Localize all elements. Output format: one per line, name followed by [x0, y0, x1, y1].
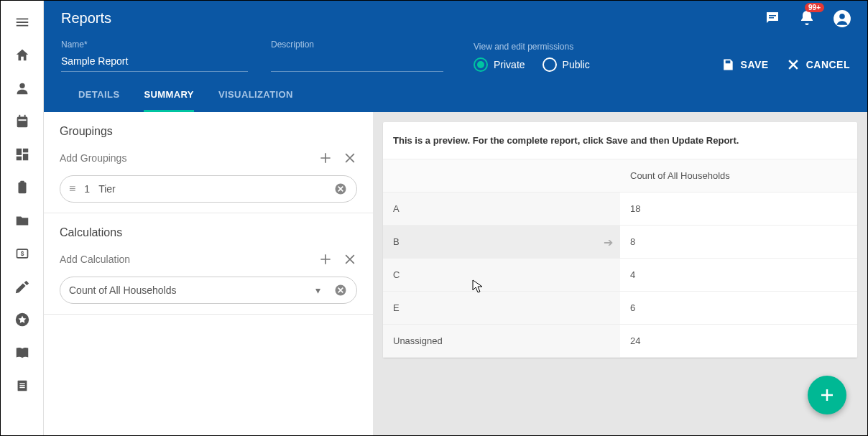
- svg-rect-8: [22, 154, 27, 160]
- calculation-label: Count of All Households: [69, 284, 307, 296]
- description-label: Description: [271, 40, 443, 50]
- name-label: Name*: [61, 40, 248, 50]
- cancel-label: CANCEL: [806, 59, 850, 70]
- topbar: Reports 99+ Name* Description: [44, 1, 867, 112]
- svg-rect-5: [18, 119, 26, 121]
- row-value: 4: [620, 259, 857, 292]
- notes-icon[interactable]: [14, 377, 31, 394]
- clear-calculations-button[interactable]: [343, 252, 357, 266]
- billing-icon[interactable]: $: [14, 245, 31, 262]
- preview-notice: This is a preview. For the complete repo…: [383, 122, 857, 159]
- plus-icon: [818, 386, 836, 404]
- calculation-dropdown-icon[interactable]: ▾: [315, 284, 320, 296]
- svg-rect-11: [20, 181, 24, 184]
- calculations-section: Calculations Add Calculation Count of Al…: [44, 213, 373, 315]
- svg-rect-17: [19, 385, 24, 386]
- row-value: 8: [620, 226, 857, 259]
- grouping-number: 1: [84, 183, 90, 195]
- clear-groupings-button[interactable]: [343, 151, 357, 165]
- add-calculation-label: Add Calculation: [60, 254, 130, 265]
- public-label: Public: [563, 59, 590, 70]
- description-field: Description: [271, 40, 443, 72]
- svg-point-0: [19, 83, 24, 88]
- page-title: Reports: [61, 10, 111, 27]
- left-nav-rail: $: [1, 1, 44, 435]
- name-input[interactable]: [61, 54, 248, 72]
- cancel-button[interactable]: CANCEL: [786, 57, 850, 72]
- svg-text:$: $: [20, 250, 24, 257]
- add-calculation-button[interactable]: [318, 252, 333, 266]
- table-row[interactable]: Unassigned24: [383, 325, 857, 358]
- row-category: C: [383, 259, 620, 292]
- calculations-title: Calculations: [60, 226, 357, 239]
- svg-rect-6: [16, 149, 21, 155]
- tab-visualization[interactable]: VISUALIZATION: [218, 89, 293, 112]
- tabs: DETAILS SUMMARY VISUALIZATION: [44, 76, 867, 112]
- table-row[interactable]: B➔8: [383, 226, 857, 259]
- home-icon[interactable]: [14, 47, 31, 64]
- table-row[interactable]: C4: [383, 259, 857, 292]
- tab-summary[interactable]: SUMMARY: [144, 89, 193, 112]
- name-field: Name*: [61, 40, 248, 72]
- book-icon[interactable]: [14, 344, 31, 361]
- svg-rect-16: [19, 383, 24, 384]
- settings-icon[interactable]: [14, 278, 31, 295]
- groupings-title: Groupings: [60, 125, 357, 138]
- permissions-label: View and edit permissions: [474, 42, 590, 52]
- row-category: B➔: [383, 226, 620, 259]
- save-icon: [721, 57, 735, 72]
- row-category: A: [383, 193, 620, 226]
- description-input[interactable]: [271, 54, 443, 72]
- hamburger-icon[interactable]: [14, 14, 31, 31]
- tab-details[interactable]: DETAILS: [78, 89, 119, 112]
- save-button[interactable]: SAVE: [721, 57, 769, 72]
- svg-rect-9: [16, 157, 21, 161]
- account-icon[interactable]: [833, 9, 850, 27]
- clipboard-icon[interactable]: [14, 179, 31, 196]
- drilldown-arrow-icon[interactable]: ➔: [604, 235, 613, 249]
- row-value: 6: [620, 292, 857, 325]
- svg-rect-7: [22, 149, 27, 153]
- svg-rect-20: [769, 17, 774, 19]
- remove-grouping-button[interactable]: [333, 182, 348, 196]
- dashboard-icon[interactable]: [14, 146, 31, 163]
- calendar-icon[interactable]: [14, 113, 31, 130]
- table-header-empty: [383, 159, 620, 193]
- svg-rect-19: [769, 15, 776, 17]
- public-radio[interactable]: Public: [542, 57, 590, 72]
- grouping-item[interactable]: ≡ 1 Tier: [60, 175, 357, 203]
- svg-rect-18: [19, 387, 24, 388]
- preview-table: Count of All Households A18 B➔8 C4 E6 Un…: [383, 159, 857, 358]
- svg-point-22: [839, 14, 845, 19]
- notif-badge: 99+: [805, 3, 824, 12]
- star-icon[interactable]: [14, 311, 31, 328]
- permissions-group: View and edit permissions Private Public: [474, 42, 590, 72]
- table-row[interactable]: A18: [383, 193, 857, 226]
- private-label: Private: [494, 59, 525, 70]
- row-category: E: [383, 292, 620, 325]
- table-row[interactable]: E6: [383, 292, 857, 325]
- svg-rect-3: [19, 115, 20, 119]
- row-value: 18: [620, 193, 857, 226]
- fab-add-button[interactable]: [808, 376, 846, 414]
- row-value: 24: [620, 325, 857, 358]
- save-label: SAVE: [741, 59, 769, 70]
- notifications-icon[interactable]: 99+: [798, 9, 816, 27]
- add-groupings-label: Add Groupings: [60, 152, 126, 164]
- person-icon[interactable]: [14, 80, 31, 97]
- calculation-item[interactable]: Count of All Households ▾: [60, 277, 357, 304]
- drag-handle-icon[interactable]: ≡: [69, 182, 75, 195]
- table-header-count: Count of All Households: [620, 159, 857, 193]
- svg-rect-4: [24, 115, 25, 119]
- svg-rect-10: [18, 182, 26, 194]
- config-panel: Groupings Add Groupings ≡ 1 Tier: [44, 112, 373, 435]
- close-icon: [786, 57, 800, 72]
- chat-icon[interactable]: [764, 9, 781, 27]
- remove-calculation-button[interactable]: [333, 283, 348, 297]
- add-grouping-button[interactable]: [318, 151, 333, 165]
- folder-icon[interactable]: [14, 212, 31, 229]
- preview-panel: This is a preview. For the complete repo…: [373, 112, 867, 435]
- grouping-label: Tier: [98, 183, 325, 195]
- row-category: Unassigned: [383, 325, 620, 358]
- private-radio[interactable]: Private: [474, 57, 525, 72]
